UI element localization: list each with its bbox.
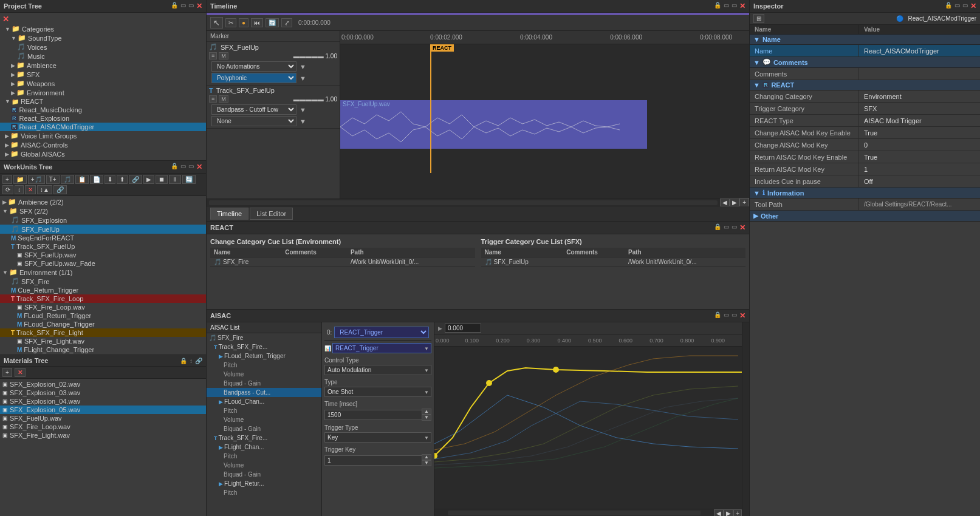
wu-btn14[interactable]: 🔄 <box>182 175 196 184</box>
timeline-close-icon[interactable]: ✕ <box>739 2 745 10</box>
react-lock-icon[interactable]: 🔒 <box>714 223 721 232</box>
graph-point3[interactable] <box>553 367 559 373</box>
tree-item-soundtype[interactable]: ▼ 📁 SoundType <box>0 33 206 42</box>
time-input[interactable] <box>324 410 422 420</box>
minimize-icon[interactable]: ▭ <box>180 2 186 10</box>
tree-item-ambience[interactable]: ▶ 📁 Ambience <box>0 61 206 70</box>
tree-item-react-folder[interactable]: ▼ 📁 REACT <box>0 97 206 106</box>
timeline-max-icon[interactable]: ▭ <box>732 2 737 10</box>
add-track-btn[interactable]: T+ <box>46 175 60 184</box>
wu-environment[interactable]: ▼ 📁 Environment (1/1) <box>0 268 206 277</box>
tab-list-editor[interactable]: List Editor <box>250 208 293 220</box>
aisac-scroll-right[interactable]: ▶ <box>724 509 733 517</box>
aisac-zoom[interactable]: + <box>733 509 742 517</box>
materials-min-icon[interactable]: ↕ <box>190 358 193 364</box>
wu-cue-return[interactable]: M Cue_Return_Trigger <box>0 286 206 294</box>
wu-btn10[interactable]: 🔗 <box>129 175 142 184</box>
wu-sfx-fire-light-wav[interactable]: ▣ SFX_Fire_Light.wav <box>0 337 206 345</box>
mat-explosion05[interactable]: ▣ SFX_Explosion_05.wav <box>0 406 206 414</box>
polyphony-select[interactable]: Polyphonic <box>211 73 296 83</box>
aisac-item-biquad1[interactable]: Biquad - Gain <box>207 379 321 388</box>
workunits-close-icon[interactable]: ✕ <box>196 163 202 171</box>
wu-btn12[interactable]: ⏹ <box>156 175 168 184</box>
react-trigger-select[interactable]: REACT_Trigger <box>334 327 429 338</box>
inspector-min-icon[interactable]: ▭ <box>954 2 960 10</box>
react-min-icon[interactable]: ▭ <box>724 223 729 232</box>
add-workunit-btn[interactable]: + <box>2 175 12 184</box>
sfx-fuelup-track-header[interactable]: 🎵 SFX_FuelUp ≡ M ▬▬▬▬▬ 1.00 No Automatio… <box>207 42 340 86</box>
wu-sfx-fire-loop-wav[interactable]: ▣ SFX_Fire_Loop.wav <box>0 303 206 311</box>
wu-btn6[interactable]: 📋 <box>75 175 89 184</box>
wu-flight-return[interactable]: M FLight_Return_Trigger <box>0 354 206 355</box>
aisac-item-floud-change[interactable]: ▶FLoud_Chan... <box>207 397 321 406</box>
workunits-min-icon[interactable]: ▭ <box>180 163 186 171</box>
aisac-item-sfx-fire[interactable]: 🎵SFX_Fire <box>207 333 321 342</box>
tree-item-react-explosion[interactable]: R React_Explosion <box>0 114 206 123</box>
materials-lock-icon[interactable]: 🔒 <box>180 358 187 364</box>
wu-btn7[interactable]: 📄 <box>90 175 103 184</box>
wu-floud-return[interactable]: M FLoud_Return_Trigger <box>0 311 206 320</box>
wu-floud-change[interactable]: M FLoud_Change_Trigger <box>0 320 206 328</box>
graph-point2[interactable] <box>486 380 492 386</box>
tree-item-music[interactable]: 🎵 Music <box>0 52 206 61</box>
react-expand-icon[interactable]: ▼ <box>753 81 760 89</box>
aisac-close-icon[interactable]: ✕ <box>739 311 745 320</box>
aisac-item-track-sfx-fire[interactable]: TTrack_SFX_Fire... <box>207 342 321 351</box>
tree-item-react-aisacmodtrigger[interactable]: R React_AISACModTrigger <box>0 123 206 131</box>
add-folder-btn[interactable]: 📁 <box>13 175 27 184</box>
workunits-lock-icon[interactable]: 🔒 <box>171 163 178 171</box>
aisac-item-biquad3[interactable]: Biquad - Gain <box>207 470 321 479</box>
loop-btn[interactable]: 🔄 <box>266 18 279 27</box>
inspector-lock-icon[interactable]: 🔒 <box>945 2 952 10</box>
inspector-comments-input[interactable] <box>864 70 975 78</box>
time-up-btn[interactable]: ▲ <box>422 409 431 415</box>
trigger-type-select[interactable]: Key <box>324 432 431 443</box>
timeline-scroll-right[interactable]: ▶ <box>730 199 739 206</box>
razor-tool-btn[interactable]: ✂ <box>225 18 236 27</box>
mat-explosion02[interactable]: ▣ SFX_Explosion_02.wav <box>0 380 206 389</box>
aisac-item-volume3[interactable]: Volume <box>207 461 321 470</box>
control-type-select[interactable]: Auto Modulation <box>324 365 431 375</box>
wu-track-fire-light[interactable]: T Track_SFX_Fire_Light <box>0 328 206 337</box>
wu-flight-change[interactable]: M FLight_Change_Trigger <box>0 345 206 354</box>
track-icon4[interactable]: M <box>219 95 228 103</box>
mat-fire-loop[interactable]: ▣ SFX_Fire_Loop.wav <box>0 423 206 431</box>
wu-link-btn[interactable]: 🔗 <box>53 185 67 194</box>
aisac-vscrollbar[interactable] <box>742 322 749 516</box>
type-select[interactable]: One Shot <box>324 387 431 397</box>
materials-delete-btn[interactable]: ✕ <box>15 368 26 377</box>
wu-btn11[interactable]: ▶ <box>143 175 154 184</box>
inspector-name-input[interactable] <box>864 47 975 55</box>
inspector-close-icon[interactable]: ✕ <box>970 2 976 10</box>
aisac-lock-icon[interactable]: 🔒 <box>714 311 721 320</box>
wu-btn13[interactable]: ⏸ <box>169 175 181 184</box>
marker-track-header[interactable]: Marker <box>207 31 340 42</box>
wu-btn15[interactable]: ⟳ <box>2 185 13 194</box>
track-icon3[interactable]: ≡ <box>209 95 217 103</box>
materials-link-icon[interactable]: 🔗 <box>195 358 202 364</box>
wu-track-sfx-fuelup[interactable]: T Track_SFX_FuelUp <box>0 242 206 251</box>
tree-item-sfx[interactable]: ▶ 📁 SFX <box>0 70 206 79</box>
wu-sfx-fire[interactable]: 🎵 SFX_Fire <box>0 277 206 286</box>
aisac-item-pitch4[interactable]: Pitch <box>207 488 321 497</box>
mat-explosion03[interactable]: ▣ SFX_Explosion_03.wav <box>0 389 206 397</box>
aisac-item-flight-change[interactable]: ▶FLight_Chan... <box>207 443 321 452</box>
aisac-item-flight-return[interactable]: ▶FLight_Retur... <box>207 479 321 488</box>
cue-row-sfx-fuelup[interactable]: 🎵SFX_FuelUp /Work Unit/WorkUnit_0/... <box>481 257 746 267</box>
wu-btn8[interactable]: ⬇ <box>105 175 115 184</box>
aisac-hscrollbar[interactable]: ◀ ▶ + <box>434 509 742 516</box>
aisac-item-pitch2[interactable]: Pitch <box>207 406 321 415</box>
timeline-min-icon[interactable]: ▭ <box>724 2 729 10</box>
info-expand-icon[interactable]: ▼ <box>753 189 760 197</box>
react-trigger-select2[interactable]: REACT_Trigger <box>332 343 431 353</box>
other-expand-icon[interactable]: ▶ <box>753 212 758 220</box>
time-down-btn[interactable]: ▼ <box>422 415 431 421</box>
tree-item-global-aisacs[interactable]: ▶ 📁 Global AISACs <box>0 149 206 158</box>
select-tool-btn[interactable]: ↖ <box>210 17 223 29</box>
maximize-icon[interactable]: ▭ <box>188 2 194 10</box>
graph-time-input[interactable] <box>445 324 481 333</box>
react-max-icon[interactable]: ▭ <box>732 223 737 232</box>
lock-icon[interactable]: 🔒 <box>171 2 178 10</box>
tree-item-voices[interactable]: 🎵 Voices <box>0 42 206 52</box>
wu-seqend[interactable]: M SeqEndForREACT <box>0 234 206 242</box>
